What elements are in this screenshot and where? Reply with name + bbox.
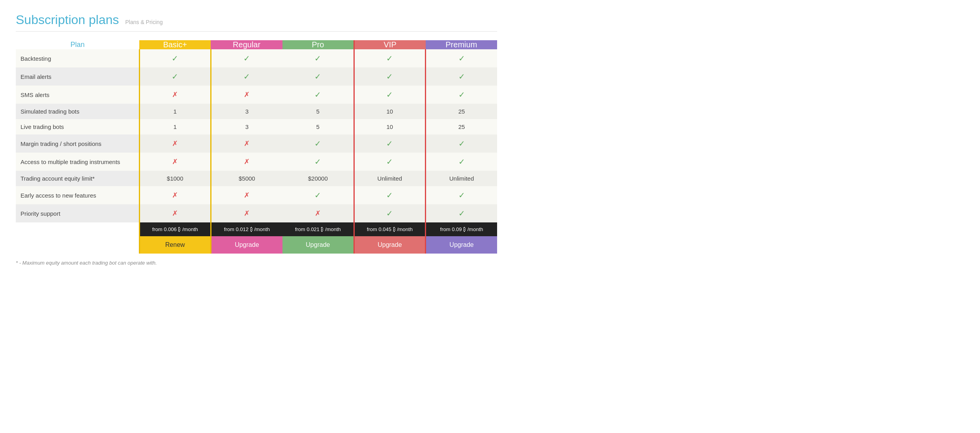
feature-name: Backtesting [16, 49, 139, 67]
table-header-row: Plan Basic+RegularProVIPPremium [16, 40, 497, 49]
feature-value-vip: ✓ [354, 134, 425, 153]
feature-value-pro: ✓ [282, 134, 354, 153]
feature-value-basic: ✗ [139, 134, 211, 153]
cross-icon: ✗ [244, 158, 250, 166]
feature-value-premium: ✓ [426, 186, 497, 204]
cross-icon: ✗ [244, 191, 250, 199]
feature-value-premium: ✓ [426, 153, 497, 171]
check-icon: ✓ [458, 157, 465, 166]
price-feature-col [16, 222, 139, 236]
feature-value-premium: ✓ [426, 86, 497, 104]
feature-value-basic: ✓ [139, 49, 211, 67]
feature-value-basic: 1 [139, 104, 211, 119]
feature-value-basic: ✗ [139, 153, 211, 171]
feature-value-regular: 3 [211, 104, 282, 119]
price-cell-premium: from 0.09 ₿ /month [426, 222, 497, 236]
cross-icon: ✗ [315, 209, 321, 217]
feature-value-pro: ✓ [282, 153, 354, 171]
feature-value-vip: 10 [354, 104, 425, 119]
feature-value-basic: ✗ [139, 86, 211, 104]
table-row: Priority support✗✗✗✓✓ [16, 204, 497, 222]
check-icon: ✓ [243, 72, 250, 81]
action-cell-pro: Upgrade [282, 236, 354, 254]
price-banner-pro: from 0.021 ₿ /month [282, 222, 353, 236]
feature-value-pro: ✓ [282, 67, 354, 86]
feature-value-vip: ✓ [354, 186, 425, 204]
feature-value-premium: 25 [426, 119, 497, 134]
check-icon: ✓ [172, 54, 178, 63]
plan-header-vip: VIP [354, 40, 425, 49]
check-icon: ✓ [458, 72, 465, 81]
action-row: RenewUpgradeUpgradeUpgradeUpgrade [16, 236, 497, 254]
check-icon: ✓ [386, 139, 393, 148]
table-row: SMS alerts✗✗✓✓✓ [16, 86, 497, 104]
feature-value-regular: ✓ [211, 49, 282, 67]
action-button-regular[interactable]: Upgrade [211, 236, 282, 254]
feature-value-regular: ✗ [211, 153, 282, 171]
feature-name: Priority support [16, 204, 139, 222]
feature-value-regular: ✗ [211, 86, 282, 104]
check-icon: ✓ [386, 90, 393, 99]
feature-value-regular: ✓ [211, 67, 282, 86]
cross-icon: ✗ [172, 191, 178, 199]
page-container: Subscription plans Plans & Pricing Plan … [0, 0, 513, 278]
plan-header-basic: Basic+ [139, 40, 211, 49]
feature-column-header: Plan [16, 40, 139, 49]
price-row: from 0.006 ₿ /monthfrom 0.012 ₿ /monthfr… [16, 222, 497, 236]
feature-value-premium: Unlimited [426, 171, 497, 186]
table-row: Simulated trading bots1351025 [16, 104, 497, 119]
cross-icon: ✗ [172, 158, 178, 166]
feature-value-premium: 25 [426, 104, 497, 119]
table-row: Margin trading / short positions✗✗✓✓✓ [16, 134, 497, 153]
feature-value-regular: ✗ [211, 186, 282, 204]
plan-header-pro: Pro [282, 40, 354, 49]
feature-value-pro: ✓ [282, 49, 354, 67]
cross-icon: ✗ [244, 91, 250, 99]
feature-value-pro: 5 [282, 104, 354, 119]
price-banner-vip: from 0.045 ₿ /month [355, 222, 425, 236]
table-row: Access to multiple trading instruments✗✗… [16, 153, 497, 171]
feature-value-pro: ✗ [282, 204, 354, 222]
check-icon: ✓ [243, 54, 250, 63]
feature-value-basic: 1 [139, 119, 211, 134]
table-body: Backtesting✓✓✓✓✓Email alerts✓✓✓✓✓SMS ale… [16, 49, 497, 222]
footnote: * - Maximum equity amount each trading b… [16, 260, 497, 266]
feature-value-vip: ✓ [354, 67, 425, 86]
check-icon: ✓ [458, 209, 465, 218]
action-button-basic[interactable]: Renew [140, 236, 210, 254]
check-icon: ✓ [458, 191, 465, 200]
feature-value-vip: ✓ [354, 153, 425, 171]
feature-value-regular: $5000 [211, 171, 282, 186]
feature-name: Simulated trading bots [16, 104, 139, 119]
action-cell-basic: Renew [139, 236, 211, 254]
price-cell-basic: from 0.006 ₿ /month [139, 222, 211, 236]
action-button-pro[interactable]: Upgrade [282, 236, 353, 254]
feature-name: Access to multiple trading instruments [16, 153, 139, 171]
feature-value-pro: ✓ [282, 86, 354, 104]
table-row: Email alerts✓✓✓✓✓ [16, 67, 497, 86]
feature-value-premium: ✓ [426, 49, 497, 67]
breadcrumb: Plans & Pricing [125, 19, 163, 25]
check-icon: ✓ [386, 191, 393, 200]
feature-value-pro: $20000 [282, 171, 354, 186]
table-row: Live trading bots1351025 [16, 119, 497, 134]
action-cell-vip: Upgrade [354, 236, 425, 254]
cross-icon: ✗ [172, 209, 178, 217]
cross-icon: ✗ [172, 140, 178, 147]
action-button-vip[interactable]: Upgrade [355, 236, 425, 254]
plans-table: Plan Basic+RegularProVIPPremium Backtest… [16, 40, 497, 254]
price-banner-regular: from 0.012 ₿ /month [211, 222, 282, 236]
plan-header-premium: Premium [426, 40, 497, 49]
action-button-premium[interactable]: Upgrade [426, 236, 497, 254]
feature-value-vip: Unlimited [354, 171, 425, 186]
page-header: Subscription plans Plans & Pricing [16, 13, 497, 27]
check-icon: ✓ [386, 72, 393, 81]
feature-value-vip: ✓ [354, 86, 425, 104]
action-cell-premium: Upgrade [426, 236, 497, 254]
feature-name: Email alerts [16, 67, 139, 86]
cross-icon: ✗ [244, 209, 250, 217]
feature-name: Live trading bots [16, 119, 139, 134]
feature-value-premium: ✓ [426, 134, 497, 153]
check-icon: ✓ [314, 191, 321, 200]
feature-value-premium: ✓ [426, 67, 497, 86]
